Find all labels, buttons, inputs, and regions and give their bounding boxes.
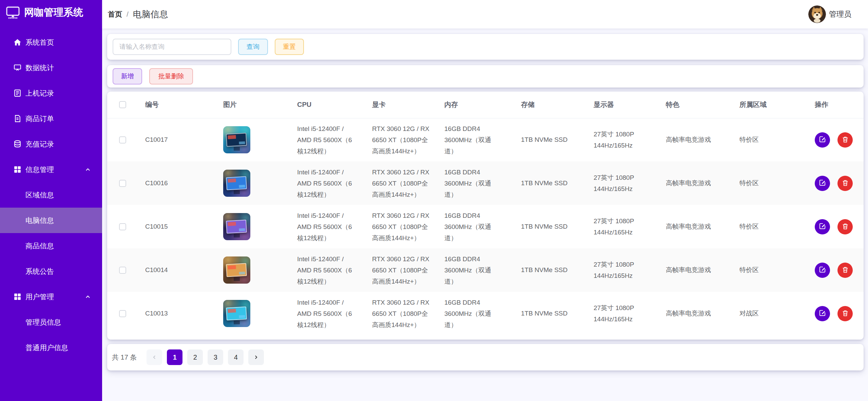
sidebar-item-stats[interactable]: 数据统计 xyxy=(0,55,102,80)
sidebar: 网咖管理系统 系统首页数据统计上机记录商品订单充值记录信息管理区域信息电脑信息商… xyxy=(0,0,102,401)
delete-button[interactable] xyxy=(837,132,853,148)
table-row: C10015Intel i5-12400F / AMD R5 5600X（6 核… xyxy=(107,205,864,248)
breadcrumb-home[interactable]: 首页 xyxy=(108,9,122,19)
select-all-checkbox[interactable] xyxy=(119,101,126,108)
computer-id: C10015 xyxy=(145,223,168,230)
sidebar-item-product-info[interactable]: 商品信息 xyxy=(0,233,102,259)
computers-table: 编号图片CPU显卡内存存储显示器特色所属区域操作 C10017Intel i5-… xyxy=(107,92,864,335)
monitor-cell: 27英寸 1080P 144Hz/165Hz xyxy=(594,302,656,325)
chevron-up-icon xyxy=(84,166,91,173)
row-checkbox[interactable] xyxy=(119,223,126,230)
database-icon xyxy=(13,140,22,148)
region-cell: 特价区 xyxy=(739,223,759,230)
toolbar-card: 新增 批量删除 xyxy=(107,65,864,88)
ram-cell: 16GB DDR4 3600MHz（双通 道） xyxy=(444,297,511,330)
computer-photo xyxy=(223,256,250,284)
ram-cell: 16GB DDR4 3600MHz（双通 道） xyxy=(444,210,511,244)
pagination: 共 17 条 1234 xyxy=(107,344,864,370)
breadcrumb-current: 电脑信息 xyxy=(133,8,168,20)
row-checkbox[interactable] xyxy=(119,267,126,274)
cpu-cell: Intel i5-12400F / AMD R5 5600X（6 核12线程） xyxy=(297,123,362,157)
pagination-buttons: 1234 xyxy=(147,349,269,365)
edit-button[interactable] xyxy=(815,132,830,148)
edit-icon xyxy=(818,309,826,318)
edit-icon xyxy=(818,179,826,188)
region-cell: 特价区 xyxy=(739,179,759,187)
row-checkbox[interactable] xyxy=(119,310,126,317)
feature-cell: 高帧率电竞游戏 xyxy=(666,223,711,230)
add-button[interactable]: 新增 xyxy=(113,68,142,84)
sidebar-item-home[interactable]: 系统首页 xyxy=(0,30,102,55)
computer-id: C10017 xyxy=(145,136,168,143)
delete-button[interactable] xyxy=(837,176,853,191)
computer-photo xyxy=(223,170,250,197)
edit-icon xyxy=(818,135,826,144)
edit-button[interactable] xyxy=(815,306,830,321)
sidebar-item-system-notice[interactable]: 系统公告 xyxy=(0,259,102,284)
sidebar-item-label: 用户管理 xyxy=(25,292,54,302)
monitor-icon xyxy=(6,6,20,19)
sidebar-item-user-mgmt[interactable]: 用户管理 xyxy=(0,284,102,309)
storage-cell: 1TB NVMe SSD xyxy=(521,179,567,187)
trash-icon xyxy=(842,309,849,318)
storage-cell: 1TB NVMe SSD xyxy=(521,266,567,273)
feature-cell: 高帧率电竞游戏 xyxy=(666,179,711,187)
avatar[interactable] xyxy=(808,5,826,23)
search-card: 查询 重置 xyxy=(107,34,864,60)
monitor-cell: 27英寸 1080P 144Hz/165Hz xyxy=(594,172,656,194)
ram-cell: 16GB DDR4 3600MHz（双通 道） xyxy=(444,123,511,157)
computer-id: C10014 xyxy=(145,266,168,273)
pagination-page-1[interactable]: 1 xyxy=(167,349,182,365)
sidebar-item-sessions[interactable]: 上机记录 xyxy=(0,80,102,106)
delete-button[interactable] xyxy=(837,263,853,278)
column-header: 特色 xyxy=(666,92,739,118)
computer-id: C10016 xyxy=(145,179,168,187)
batch-delete-button[interactable]: 批量删除 xyxy=(149,68,193,84)
pagination-page-3[interactable]: 3 xyxy=(208,349,223,365)
edit-button[interactable] xyxy=(815,263,830,278)
order-icon xyxy=(13,114,22,123)
gpu-cell: RTX 3060 12G / RX 6650 XT（1080P全 高画质144H… xyxy=(372,210,434,244)
row-checkbox[interactable] xyxy=(119,180,126,187)
record-icon xyxy=(13,89,22,97)
cpu-cell: Intel i5-12400F / AMD R5 5600X（6 核12线程） xyxy=(297,210,362,244)
cpu-cell: Intel i5-12400F / AMD R5 5600X（6 核12线程） xyxy=(297,297,362,330)
sidebar-item-computer-info[interactable]: 电脑信息 xyxy=(0,208,102,233)
cpu-cell: Intel i5-12400F / AMD R5 5600X（6 核12线程） xyxy=(297,253,362,287)
feature-cell: 高帧率电竞游戏 xyxy=(666,136,711,143)
storage-cell: 1TB NVMe SSD xyxy=(521,310,567,317)
user-box[interactable]: 管理员 xyxy=(808,5,851,23)
computer-id: C10013 xyxy=(145,310,168,317)
feature-cell: 高帧率电竞游戏 xyxy=(666,310,711,317)
delete-button[interactable] xyxy=(837,219,853,234)
search-input[interactable] xyxy=(113,39,231,55)
edit-button[interactable] xyxy=(815,176,830,191)
column-header: 显示器 xyxy=(594,92,666,118)
sidebar-item-recharge[interactable]: 充值记录 xyxy=(0,131,102,157)
column-header: 操作 xyxy=(815,92,864,118)
delete-button[interactable] xyxy=(837,306,853,321)
edit-button[interactable] xyxy=(815,219,830,234)
sidebar-item-admin-info[interactable]: 管理员信息 xyxy=(0,309,102,335)
pagination-next[interactable] xyxy=(248,349,264,365)
computer-photo xyxy=(223,213,250,240)
edit-icon xyxy=(818,222,826,231)
ram-cell: 16GB DDR4 3600MHz（双通 道） xyxy=(444,253,511,287)
pagination-prev[interactable] xyxy=(147,349,162,365)
reset-button[interactable]: 重置 xyxy=(275,39,304,55)
table-row: C10016Intel i5-12400F / AMD R5 5600X（6 核… xyxy=(107,161,864,205)
column-header: 内存 xyxy=(444,92,521,118)
sidebar-item-orders[interactable]: 商品订单 xyxy=(0,106,102,131)
presentation-icon xyxy=(13,63,22,72)
storage-cell: 1TB NVMe SSD xyxy=(521,223,567,230)
pagination-page-4[interactable]: 4 xyxy=(228,349,244,365)
sidebar-item-region-info[interactable]: 区域信息 xyxy=(0,182,102,208)
content: 查询 重置 新增 批量删除 编号图片CPU显卡内存存储显示器特色所属区域操作 C… xyxy=(102,28,868,401)
trash-icon xyxy=(842,136,849,144)
sidebar-item-normal-user-info[interactable]: 普通用户信息 xyxy=(0,335,102,360)
gpu-cell: RTX 3060 12G / RX 6650 XT（1080P全 高画质144H… xyxy=(372,167,434,200)
pagination-page-2[interactable]: 2 xyxy=(187,349,203,365)
sidebar-item-info-mgmt[interactable]: 信息管理 xyxy=(0,157,102,182)
row-checkbox[interactable] xyxy=(119,136,126,144)
query-button[interactable]: 查询 xyxy=(238,39,268,55)
